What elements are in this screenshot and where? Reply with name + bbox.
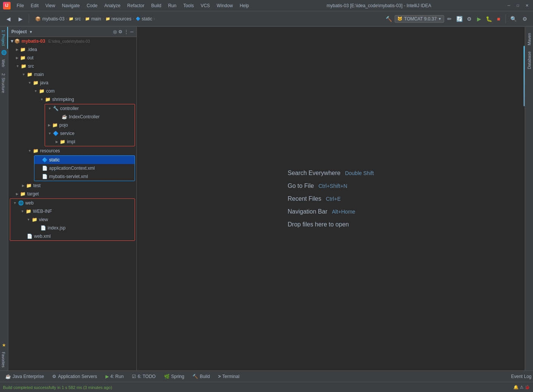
tree-test[interactable]: 📁 test [8,181,136,190]
star-icon: ★ [0,341,8,349]
back-button[interactable]: ◀ [3,14,14,24]
menu-window[interactable]: Window [214,2,236,9]
settings-gear-icon[interactable]: ⚙ [118,29,122,34]
appcontext-label: applicationContext.xml [49,166,95,171]
menu-file[interactable]: File [14,2,27,9]
tree-resources[interactable]: 📁 resources [8,147,136,155]
breadcrumb-static[interactable]: static [142,16,152,22]
menu-edit[interactable]: Edit [28,2,42,9]
tree-webxml[interactable]: 📄 web.xml [10,232,135,240]
tree-indexcontroller[interactable]: ☕ IndexController [45,113,135,121]
tab-terminal[interactable]: > Terminal [214,372,243,381]
bottom-right-area: Event Log [511,374,531,379]
menu-view[interactable]: View [42,2,58,9]
menu-analyze[interactable]: Analyze [101,2,124,9]
menu-navigate[interactable]: Navigate [59,2,83,9]
close-button[interactable]: ✕ [524,3,530,9]
edit-config-button[interactable]: ✏ [445,14,454,23]
breadcrumb-src[interactable]: src [75,16,81,22]
search-everywhere-shortcut: Double Shift [345,170,374,176]
tree-appcontext[interactable]: 📄 applicationContext.xml [34,164,135,172]
tree-out[interactable]: 📁 out [8,54,136,62]
tab-run[interactable]: ▶ 4: Run [102,372,127,381]
indexjsp-label: index.jsp [48,225,65,231]
run-config-button[interactable]: ⚙ [465,14,474,23]
minimize-button[interactable]: ─ [506,3,512,9]
main-icon: 📁 [27,72,33,77]
menu-tools[interactable]: Tools [180,2,197,9]
tree-target[interactable]: 📁 target [8,190,136,198]
hammer-icon[interactable]: 🔨 [383,14,394,24]
tree-static[interactable]: 🔷 static [34,156,135,164]
tree-shrimpking[interactable]: 📁 shrimpking [8,95,136,104]
breadcrumb-main[interactable]: main [91,16,101,22]
search-button[interactable]: 🔍 [508,14,519,24]
tab-todo[interactable]: ☑ 6: TODO [128,372,160,381]
tree-com[interactable]: 📁 com [8,87,136,95]
breadcrumb-resources[interactable]: resources [112,16,132,22]
service-label: service [60,131,74,136]
shrimpking-label: shrimpking [52,97,74,102]
tab-build[interactable]: 🔨 Build [189,372,214,381]
event-log-label[interactable]: Event Log [511,374,531,379]
debug-button[interactable]: 🐛 [484,14,493,23]
tree-root[interactable]: ▼ 📦 mybatis-03 E:\idea_code\mybatis-03 [8,37,136,45]
breadcrumb-root[interactable]: 📦 [35,16,41,22]
tree-src[interactable]: 📁 src [8,62,136,70]
webinf-chevron [21,209,24,213]
left-vertical-tabs: 1: Project 🌐 Web 2: Structure ★ Favorite… [0,27,8,370]
maximize-button[interactable]: □ [515,3,521,9]
tree-pojo[interactable]: 📁 pojo [45,121,135,129]
src-icon: 📁 [21,64,26,69]
recent-files-row: Recent Files Ctrl+E [288,195,374,202]
terminal-icon: > [218,374,221,379]
breadcrumb-project[interactable]: mybatis-03 [42,16,65,22]
left-icon-1: 🌐 [0,49,8,56]
tree-service[interactable]: 🔷 service [45,129,135,138]
tab-java-enterprise[interactable]: ☕ Java Enterprise [2,372,48,381]
hide-panel-icon[interactable]: ─ [130,29,133,34]
resources-chevron [28,149,31,153]
java-chevron [28,81,31,85]
panel-options-icon[interactable]: ⋮ [124,29,129,34]
tab-web[interactable]: Web [0,56,8,70]
tree-impl[interactable]: 📁 impl [45,138,135,146]
menu-code[interactable]: Code [84,2,101,9]
menu-help[interactable]: Help [237,2,252,9]
out-label: out [27,55,34,60]
terminal-label: Terminal [222,374,239,379]
forward-button[interactable]: ▶ [15,14,26,24]
tab-project[interactable]: 1: Project [0,27,8,49]
menu-refactor[interactable]: Refactor [124,2,147,9]
tab-structure[interactable]: 2: Structure [0,70,8,96]
tab-spring[interactable]: 🌿 Spring [160,372,188,381]
menu-vcs[interactable]: VCS [198,2,213,9]
tomcat-selector[interactable]: 🐱 TOMCAT 9.0.37 ▼ [395,15,444,23]
root-path: E:\idea_code\mybatis-03 [48,39,90,43]
stop-button[interactable]: ■ [494,14,503,23]
tree-web[interactable]: 🌐 web [10,199,135,207]
tab-favorites[interactable]: Favorites [0,349,6,370]
status-icons: 🔔 ⚠ 🐞 [513,385,530,390]
tree-idea[interactable]: 📁 .idea [8,45,136,54]
tree-indexjsp[interactable]: 📄 index.jsp [10,224,135,232]
run-button[interactable]: ▶ [474,14,483,23]
tree-controller[interactable]: 🔧 controller [45,104,135,113]
project-tree-panel: Project ▼ ◎ ⚙ ⋮ ─ ▼ 📦 mybatis-03 E:\idea… [8,27,137,370]
breadcrumb-src-icon: 📁 [69,17,73,21]
tree-mybatis-servlet[interactable]: 📄 mybatis-servlet.xml [34,172,135,181]
tab-app-servers[interactable]: ⚙ Application Servers [48,372,101,381]
settings-button[interactable]: ⚙ [519,14,530,24]
menu-build[interactable]: Build [148,2,164,9]
locate-file-icon[interactable]: ◎ [113,29,117,34]
tree-main[interactable]: 📁 main [8,70,136,79]
menu-run[interactable]: Run [165,2,180,9]
maven-tab[interactable]: Maven [526,30,532,48]
toolbar-nav-buttons: ◀ ▶ [3,14,26,24]
project-dropdown-icon[interactable]: ▼ [29,30,33,34]
database-tab[interactable]: Database [526,48,532,72]
tree-view[interactable]: 📁 view [10,215,135,224]
tree-java[interactable]: 📁 java [8,79,136,87]
tree-webinf[interactable]: 📁 WEB-INF [10,207,135,215]
update-button[interactable]: 🔄 [455,14,464,23]
